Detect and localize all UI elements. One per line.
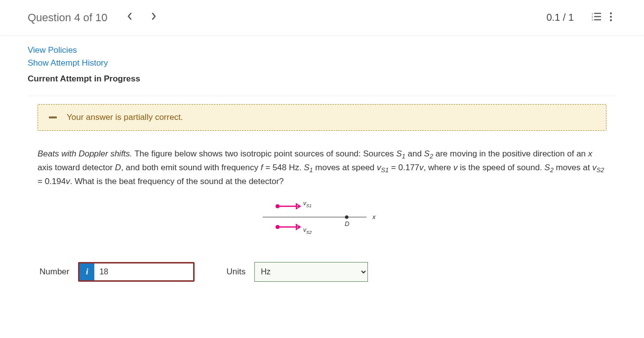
next-question-button[interactable]	[146, 9, 161, 26]
list-icon: 1 2 3	[592, 12, 602, 21]
figure-x-label: x	[372, 213, 376, 221]
svg-text:S1: S1	[306, 203, 312, 208]
svg-point-6	[610, 12, 612, 14]
score-display: 0.1 / 1	[546, 12, 574, 23]
chevron-left-icon	[127, 12, 133, 20]
svg-text:S2: S2	[306, 230, 312, 235]
more-options-button[interactable]	[605, 9, 616, 26]
question-list-button[interactable]: 1 2 3	[588, 9, 605, 26]
show-attempt-history-link[interactable]: Show Attempt History	[28, 58, 616, 68]
question-title: Question 4 of 10	[28, 11, 107, 24]
units-label: Units	[226, 267, 245, 277]
svg-rect-3	[594, 16, 601, 17]
view-policies-link[interactable]: View Policies	[28, 45, 616, 55]
divider	[28, 96, 616, 96]
current-attempt-label: Current Attempt in Progress	[28, 74, 616, 84]
kebab-icon	[609, 12, 612, 22]
prev-question-button[interactable]	[122, 9, 138, 26]
number-input[interactable]	[94, 263, 193, 280]
svg-point-13	[345, 215, 349, 219]
svg-point-9	[276, 204, 280, 208]
number-label: Number	[40, 267, 69, 277]
number-info-button[interactable]: i	[80, 263, 94, 280]
chevron-right-icon	[151, 12, 157, 20]
svg-rect-1	[594, 13, 601, 14]
feedback-text: Your answer is partially correct.	[67, 113, 183, 122]
figure-D-label: D	[345, 220, 349, 227]
svg-point-14	[276, 225, 280, 229]
svg-point-8	[610, 19, 612, 21]
problem-figure: v S1 D x v S2	[38, 197, 606, 239]
svg-rect-5	[594, 19, 601, 20]
feedback-banner: Your answer is partially correct.	[38, 104, 606, 131]
units-select[interactable]: Hz	[254, 262, 368, 282]
svg-point-7	[610, 16, 612, 18]
partial-correct-icon	[49, 116, 57, 118]
svg-text:3: 3	[592, 18, 593, 21]
problem-text: Beats with Doppler shifts. The figure be…	[38, 148, 606, 188]
